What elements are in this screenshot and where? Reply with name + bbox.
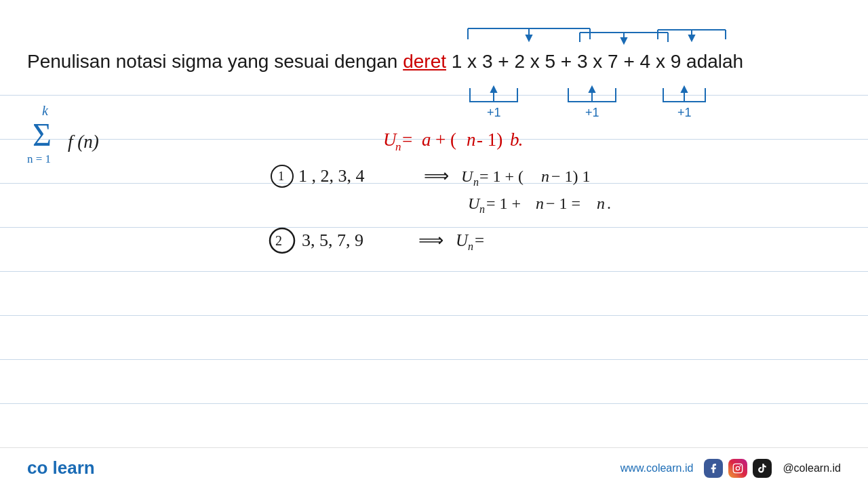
title-highlight: deret xyxy=(403,51,446,72)
svg-point-61 xyxy=(736,466,740,470)
title-prefix: Penulisan notasi sigma yang sesuai denga… xyxy=(27,51,403,72)
line-2 xyxy=(0,139,868,140)
tiktok-icon xyxy=(753,459,772,478)
main-content: Penulisan notasi sigma yang sesuai denga… xyxy=(0,0,868,447)
lines-container xyxy=(0,95,868,447)
line-8 xyxy=(0,403,868,404)
title-text: Penulisan notasi sigma yang sesuai denga… xyxy=(27,51,743,73)
title-suffix: 1 x 3 + 2 x 5 + 3 x 7 + 4 x 9 adalah xyxy=(446,51,743,72)
line-6 xyxy=(0,315,868,316)
social-handle: @colearn.id xyxy=(783,462,841,474)
svg-marker-4 xyxy=(526,35,532,41)
line-4 xyxy=(0,227,868,228)
logo-learn: learn xyxy=(53,458,95,478)
instagram-icon xyxy=(728,459,747,478)
svg-marker-14 xyxy=(689,35,694,41)
footer: co learn www.colearn.id xyxy=(0,447,868,488)
facebook-icon xyxy=(704,459,723,478)
line-3 xyxy=(0,183,868,184)
social-icons xyxy=(704,459,772,478)
line-1 xyxy=(0,95,868,96)
line-7 xyxy=(0,359,868,360)
line-5 xyxy=(0,271,868,272)
svg-point-62 xyxy=(741,466,741,466)
footer-url: www.colearn.id xyxy=(620,462,694,474)
logo: co learn xyxy=(27,458,95,479)
svg-marker-20 xyxy=(682,87,687,92)
footer-right: www.colearn.id xyxy=(620,459,841,478)
svg-marker-16 xyxy=(491,87,496,92)
svg-rect-60 xyxy=(734,464,743,472)
svg-marker-9 xyxy=(621,38,627,43)
logo-co: co xyxy=(27,458,47,478)
svg-marker-18 xyxy=(589,87,595,92)
